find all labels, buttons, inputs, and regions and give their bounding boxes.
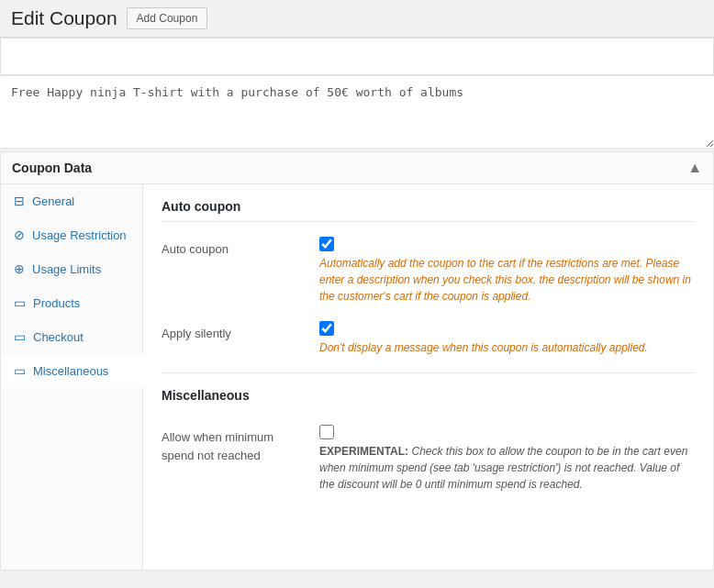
- apply-silently-checkbox[interactable]: [319, 321, 334, 336]
- usage-limits-icon: ⊕: [14, 261, 25, 276]
- tab-products[interactable]: ▭ Products: [1, 286, 142, 320]
- tab-panel-miscellaneous: Auto coupon Auto coupon Automatically ad…: [143, 184, 713, 570]
- coupon-data-box: Coupon Data ▲ ⊟ General ⊘ Usage Restrict…: [0, 151, 714, 571]
- allow-min-spend-checkbox-wrapper: [319, 425, 695, 439]
- apply-silently-control: Don't display a message when this coupon…: [319, 321, 695, 356]
- coupon-tabs: ⊟ General ⊘ Usage Restriction ⊕ Usage Li…: [1, 184, 143, 570]
- tab-usage-limits[interactable]: ⊕ Usage Limits: [1, 252, 142, 286]
- allow-min-spend-field-row: Allow when minimum spend not reached EXP…: [162, 425, 695, 493]
- page-title: Edit Coupon: [11, 7, 117, 29]
- allow-min-spend-control: EXPERIMENTAL: Check this box to allow th…: [319, 425, 695, 493]
- tab-miscellaneous-label: Miscellaneous: [33, 364, 108, 378]
- auto-coupon-label: Auto coupon: [162, 237, 308, 259]
- coupon-data-header: Coupon Data ▲: [1, 152, 713, 184]
- tab-general[interactable]: ⊟ General: [1, 184, 142, 218]
- usage-restriction-icon: ⊘: [14, 227, 25, 242]
- collapse-icon[interactable]: ▲: [687, 160, 702, 176]
- coupon-data-content: ⊟ General ⊘ Usage Restriction ⊕ Usage Li…: [1, 184, 713, 570]
- tab-checkout[interactable]: ▭ Checkout: [1, 320, 142, 354]
- tab-usage-limits-label: Usage Limits: [32, 262, 101, 276]
- tab-products-label: Products: [33, 296, 80, 310]
- products-icon: ▭: [14, 295, 26, 310]
- checkout-icon: ▭: [14, 329, 26, 344]
- allow-min-spend-description: EXPERIMENTAL: Check this box to allow th…: [319, 443, 695, 493]
- apply-silently-checkbox-wrapper: [319, 321, 695, 336]
- coupon-description-textarea[interactable]: [0, 75, 714, 149]
- coupon-name-input[interactable]: auto-album50: [0, 38, 714, 75]
- auto-coupon-field-row: Auto coupon Automatically add the coupon…: [162, 237, 695, 305]
- apply-silently-label: Apply silently: [162, 321, 308, 343]
- allow-min-spend-description-strong: EXPERIMENTAL:: [319, 445, 408, 458]
- apply-silently-description: Don't display a message when this coupon…: [319, 339, 695, 356]
- tab-usage-restriction[interactable]: ⊘ Usage Restriction: [1, 218, 142, 252]
- page-header: Edit Coupon Add Coupon: [0, 0, 714, 38]
- general-icon: ⊟: [14, 194, 25, 208]
- auto-coupon-control: Automatically add the coupon to the cart…: [319, 237, 695, 305]
- tab-checkout-label: Checkout: [33, 330, 84, 344]
- tab-miscellaneous[interactable]: ▭ Miscellaneous: [1, 354, 143, 388]
- miscellaneous-icon: ▭: [14, 363, 26, 378]
- tab-usage-restriction-label: Usage Restriction: [32, 228, 127, 242]
- miscellaneous-section-title: Miscellaneous: [162, 372, 695, 410]
- auto-coupon-section-title: Auto coupon: [162, 199, 695, 222]
- add-coupon-button[interactable]: Add Coupon: [127, 7, 208, 29]
- auto-coupon-checkbox-wrapper: [319, 237, 695, 251]
- apply-silently-field-row: Apply silently Don't display a message w…: [162, 321, 695, 356]
- auto-coupon-description: Automatically add the coupon to the cart…: [319, 255, 695, 305]
- auto-coupon-checkbox[interactable]: [319, 237, 334, 251]
- coupon-data-title: Coupon Data: [12, 161, 92, 175]
- allow-min-spend-label: Allow when minimum spend not reached: [162, 425, 308, 464]
- allow-min-spend-checkbox[interactable]: [319, 425, 334, 439]
- tab-general-label: General: [32, 194, 74, 208]
